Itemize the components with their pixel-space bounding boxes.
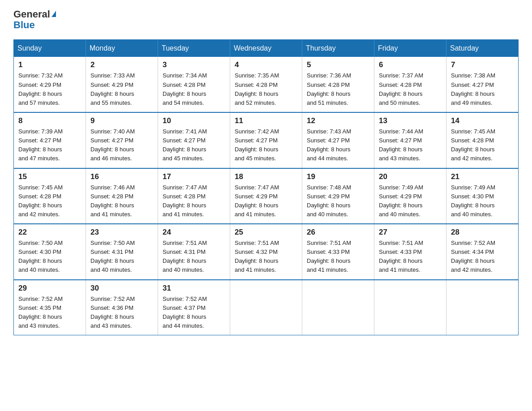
calendar-cell: 17 Sunrise: 7:47 AMSunset: 4:28 PMDaylig… bbox=[158, 168, 230, 224]
calendar-cell: 13 Sunrise: 7:44 AMSunset: 4:27 PMDaylig… bbox=[374, 112, 446, 168]
day-info: Sunrise: 7:45 AMSunset: 4:28 PMDaylight:… bbox=[18, 183, 81, 219]
calendar-header-thursday: Thursday bbox=[302, 40, 374, 57]
day-info: Sunrise: 7:51 AMSunset: 4:31 PMDaylight:… bbox=[163, 239, 225, 275]
calendar-cell: 7 Sunrise: 7:38 AMSunset: 4:27 PMDayligh… bbox=[446, 57, 519, 112]
day-info: Sunrise: 7:43 AMSunset: 4:27 PMDaylight:… bbox=[307, 127, 369, 163]
calendar-cell: 8 Sunrise: 7:39 AMSunset: 4:27 PMDayligh… bbox=[14, 112, 86, 168]
day-info: Sunrise: 7:50 AMSunset: 4:30 PMDaylight:… bbox=[18, 239, 81, 275]
day-number: 30 bbox=[90, 284, 153, 293]
day-info: Sunrise: 7:47 AMSunset: 4:28 PMDaylight:… bbox=[163, 183, 225, 219]
calendar-cell: 5 Sunrise: 7:36 AMSunset: 4:28 PMDayligh… bbox=[302, 57, 374, 112]
calendar-cell: 10 Sunrise: 7:41 AMSunset: 4:27 PMDaylig… bbox=[158, 112, 230, 168]
calendar-header-saturday: Saturday bbox=[446, 40, 519, 57]
calendar-cell: 31 Sunrise: 7:52 AMSunset: 4:37 PMDaylig… bbox=[158, 280, 230, 335]
day-number: 5 bbox=[307, 60, 369, 69]
day-info: Sunrise: 7:48 AMSunset: 4:29 PMDaylight:… bbox=[307, 183, 369, 219]
day-number: 17 bbox=[163, 172, 225, 181]
calendar-cell bbox=[230, 280, 302, 335]
calendar-header-sunday: Sunday bbox=[14, 40, 86, 57]
day-number: 9 bbox=[90, 116, 153, 125]
day-info: Sunrise: 7:41 AMSunset: 4:27 PMDaylight:… bbox=[163, 127, 225, 163]
day-info: Sunrise: 7:50 AMSunset: 4:31 PMDaylight:… bbox=[90, 239, 153, 275]
calendar-cell bbox=[374, 280, 446, 335]
calendar-cell: 28 Sunrise: 7:52 AMSunset: 4:34 PMDaylig… bbox=[446, 224, 519, 280]
calendar-week-row: 1 Sunrise: 7:32 AMSunset: 4:29 PMDayligh… bbox=[14, 57, 519, 112]
calendar-cell: 24 Sunrise: 7:51 AMSunset: 4:31 PMDaylig… bbox=[158, 224, 230, 280]
calendar-cell: 20 Sunrise: 7:49 AMSunset: 4:29 PMDaylig… bbox=[374, 168, 446, 224]
calendar-header-row: SundayMondayTuesdayWednesdayThursdayFrid… bbox=[14, 40, 519, 57]
calendar-cell: 23 Sunrise: 7:50 AMSunset: 4:31 PMDaylig… bbox=[86, 224, 158, 280]
calendar-cell: 4 Sunrise: 7:35 AMSunset: 4:28 PMDayligh… bbox=[230, 57, 302, 112]
day-number: 6 bbox=[379, 60, 442, 69]
calendar-table: SundayMondayTuesdayWednesdayThursdayFrid… bbox=[13, 39, 519, 335]
calendar-week-row: 22 Sunrise: 7:50 AMSunset: 4:30 PMDaylig… bbox=[14, 224, 519, 280]
day-number: 15 bbox=[18, 172, 81, 181]
day-number: 3 bbox=[163, 60, 225, 69]
day-number: 8 bbox=[18, 116, 81, 125]
calendar-header-tuesday: Tuesday bbox=[158, 40, 230, 57]
day-number: 13 bbox=[379, 116, 442, 125]
calendar-cell: 6 Sunrise: 7:37 AMSunset: 4:28 PMDayligh… bbox=[374, 57, 446, 112]
day-info: Sunrise: 7:44 AMSunset: 4:27 PMDaylight:… bbox=[379, 127, 442, 163]
day-number: 4 bbox=[235, 60, 297, 69]
calendar-header-friday: Friday bbox=[374, 40, 446, 57]
day-info: Sunrise: 7:51 AMSunset: 4:32 PMDaylight:… bbox=[235, 239, 297, 275]
day-info: Sunrise: 7:36 AMSunset: 4:28 PMDaylight:… bbox=[307, 71, 369, 107]
calendar-week-row: 29 Sunrise: 7:52 AMSunset: 4:35 PMDaylig… bbox=[14, 280, 519, 335]
calendar-cell bbox=[302, 280, 374, 335]
calendar-cell: 1 Sunrise: 7:32 AMSunset: 4:29 PMDayligh… bbox=[14, 57, 86, 112]
day-number: 26 bbox=[307, 228, 369, 237]
day-info: Sunrise: 7:49 AMSunset: 4:30 PMDaylight:… bbox=[451, 183, 514, 219]
calendar-cell: 18 Sunrise: 7:47 AMSunset: 4:29 PMDaylig… bbox=[230, 168, 302, 224]
day-number: 18 bbox=[235, 172, 297, 181]
calendar-week-row: 15 Sunrise: 7:45 AMSunset: 4:28 PMDaylig… bbox=[14, 168, 519, 224]
page-header: General Blue bbox=[13, 9, 519, 30]
calendar-cell: 16 Sunrise: 7:46 AMSunset: 4:28 PMDaylig… bbox=[86, 168, 158, 224]
day-number: 27 bbox=[379, 228, 442, 237]
logo: General Blue bbox=[13, 9, 56, 30]
day-info: Sunrise: 7:47 AMSunset: 4:29 PMDaylight:… bbox=[235, 183, 297, 219]
day-number: 19 bbox=[307, 172, 369, 181]
day-info: Sunrise: 7:52 AMSunset: 4:34 PMDaylight:… bbox=[451, 239, 514, 275]
logo-general-text: General bbox=[13, 9, 50, 20]
day-info: Sunrise: 7:51 AMSunset: 4:33 PMDaylight:… bbox=[379, 239, 442, 275]
day-number: 10 bbox=[163, 116, 225, 125]
day-info: Sunrise: 7:52 AMSunset: 4:37 PMDaylight:… bbox=[163, 295, 225, 331]
day-number: 16 bbox=[90, 172, 153, 181]
day-info: Sunrise: 7:45 AMSunset: 4:28 PMDaylight:… bbox=[451, 127, 514, 163]
calendar-cell: 27 Sunrise: 7:51 AMSunset: 4:33 PMDaylig… bbox=[374, 224, 446, 280]
day-info: Sunrise: 7:34 AMSunset: 4:28 PMDaylight:… bbox=[163, 71, 225, 107]
day-info: Sunrise: 7:51 AMSunset: 4:33 PMDaylight:… bbox=[307, 239, 369, 275]
calendar-cell bbox=[446, 280, 519, 335]
calendar-cell: 15 Sunrise: 7:45 AMSunset: 4:28 PMDaylig… bbox=[14, 168, 86, 224]
day-info: Sunrise: 7:35 AMSunset: 4:28 PMDaylight:… bbox=[235, 71, 297, 107]
calendar-cell: 14 Sunrise: 7:45 AMSunset: 4:28 PMDaylig… bbox=[446, 112, 519, 168]
calendar-week-row: 8 Sunrise: 7:39 AMSunset: 4:27 PMDayligh… bbox=[14, 112, 519, 168]
calendar-cell: 29 Sunrise: 7:52 AMSunset: 4:35 PMDaylig… bbox=[14, 280, 86, 335]
day-number: 7 bbox=[451, 60, 514, 69]
calendar-cell: 25 Sunrise: 7:51 AMSunset: 4:32 PMDaylig… bbox=[230, 224, 302, 280]
calendar-cell: 3 Sunrise: 7:34 AMSunset: 4:28 PMDayligh… bbox=[158, 57, 230, 112]
day-number: 28 bbox=[451, 228, 514, 237]
day-info: Sunrise: 7:52 AMSunset: 4:36 PMDaylight:… bbox=[90, 295, 153, 331]
day-info: Sunrise: 7:38 AMSunset: 4:27 PMDaylight:… bbox=[451, 71, 514, 107]
calendar-cell: 12 Sunrise: 7:43 AMSunset: 4:27 PMDaylig… bbox=[302, 112, 374, 168]
day-info: Sunrise: 7:46 AMSunset: 4:28 PMDaylight:… bbox=[90, 183, 153, 219]
logo-blue-text: Blue bbox=[13, 20, 56, 30]
day-number: 1 bbox=[18, 60, 81, 69]
day-number: 22 bbox=[18, 228, 81, 237]
day-info: Sunrise: 7:42 AMSunset: 4:27 PMDaylight:… bbox=[235, 127, 297, 163]
calendar-cell: 11 Sunrise: 7:42 AMSunset: 4:27 PMDaylig… bbox=[230, 112, 302, 168]
day-info: Sunrise: 7:32 AMSunset: 4:29 PMDaylight:… bbox=[18, 71, 81, 107]
calendar-cell: 30 Sunrise: 7:52 AMSunset: 4:36 PMDaylig… bbox=[86, 280, 158, 335]
calendar-cell: 22 Sunrise: 7:50 AMSunset: 4:30 PMDaylig… bbox=[14, 224, 86, 280]
day-number: 24 bbox=[163, 228, 225, 237]
day-number: 2 bbox=[90, 60, 153, 69]
day-info: Sunrise: 7:39 AMSunset: 4:27 PMDaylight:… bbox=[18, 127, 81, 163]
day-info: Sunrise: 7:33 AMSunset: 4:29 PMDaylight:… bbox=[90, 71, 153, 107]
day-number: 25 bbox=[235, 228, 297, 237]
day-number: 23 bbox=[90, 228, 153, 237]
day-number: 14 bbox=[451, 116, 514, 125]
logo-triangle-icon bbox=[51, 11, 56, 17]
day-number: 11 bbox=[235, 116, 297, 125]
